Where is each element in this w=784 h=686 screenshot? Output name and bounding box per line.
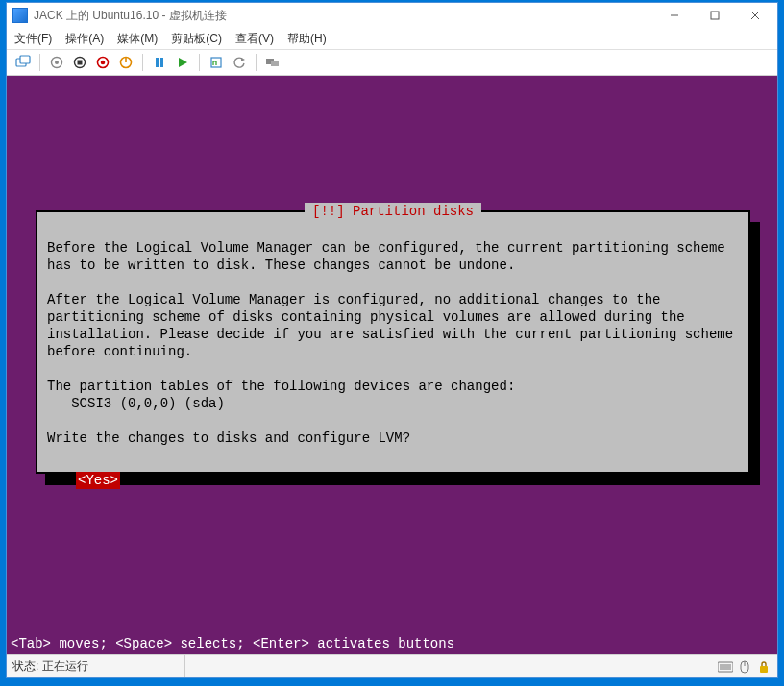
- yes-button[interactable]: <Yes>: [76, 472, 120, 489]
- minimize-button[interactable]: [654, 4, 695, 27]
- partition-dialog: [!!] Partition disks Before the Logical …: [36, 210, 750, 474]
- svg-rect-1: [711, 12, 719, 19]
- menu-file[interactable]: 文件(F): [14, 31, 52, 47]
- menubar: 文件(F) 操作(A) 媒体(M) 剪贴板(C) 查看(V) 帮助(H): [7, 28, 777, 49]
- dialog-title: [!!] Partition disks: [305, 203, 481, 220]
- vm-connection-window: JACK 上的 Ubuntu16.10 - 虚拟机连接 文件(F) 操作(A) …: [6, 2, 778, 678]
- svg-point-11: [101, 61, 106, 65]
- pause-icon: [154, 57, 165, 68]
- dialog-para3: The partition tables of the following de…: [47, 379, 515, 394]
- svg-rect-27: [760, 666, 768, 673]
- svg-rect-20: [271, 61, 279, 66]
- guest-display[interactable]: [!!] Partition disks Before the Logical …: [7, 76, 777, 654]
- titlebar: JACK 上的 Ubuntu16.10 - 虚拟机连接: [7, 3, 777, 28]
- no-button[interactable]: <No>: [677, 472, 710, 489]
- pause-button[interactable]: [149, 52, 170, 73]
- turn-off-button[interactable]: [69, 52, 90, 73]
- reset-button[interactable]: [115, 52, 136, 73]
- svg-rect-15: [160, 58, 163, 67]
- revert-icon: [233, 56, 246, 69]
- start-button[interactable]: [46, 52, 67, 73]
- power-icon: [96, 56, 110, 69]
- svg-marker-16: [179, 58, 187, 67]
- window-title: JACK 上的 Ubuntu16.10 - 虚拟机连接: [34, 8, 654, 24]
- menu-help[interactable]: 帮助(H): [287, 31, 327, 47]
- checkpoint-icon: [209, 56, 223, 69]
- play-icon: [177, 57, 188, 68]
- dialog-para2: After the Logical Volume Manager is conf…: [47, 292, 742, 359]
- snapshot-button[interactable]: [206, 52, 227, 73]
- power-cycle-icon: [119, 56, 133, 69]
- stop-icon: [73, 56, 86, 69]
- dialog-question: Write the changes to disks and configure…: [47, 430, 410, 446]
- resume-button[interactable]: [172, 52, 193, 73]
- menu-media[interactable]: 媒体(M): [117, 31, 158, 47]
- shutdown-button[interactable]: [92, 52, 113, 73]
- lock-status-icon: [756, 659, 772, 674]
- minimize-icon: [670, 11, 679, 20]
- close-icon: [750, 11, 760, 20]
- toolbar: [7, 49, 777, 76]
- dialog-para1: Before the Logical Volume Manager can be…: [47, 240, 733, 273]
- menu-clipboard[interactable]: 剪贴板(C): [171, 31, 222, 47]
- keys-icon: [15, 55, 31, 70]
- svg-rect-5: [20, 56, 30, 63]
- svg-marker-18: [241, 58, 245, 61]
- menu-action[interactable]: 操作(A): [65, 31, 104, 47]
- ctrl-alt-del-button[interactable]: [12, 52, 34, 73]
- dialog-device: SCSI3 (0,0,0) (sda): [47, 396, 225, 411]
- svg-rect-9: [78, 61, 83, 65]
- keyboard-status-icon: [718, 659, 733, 674]
- footer-hint: <Tab> moves; <Space> selects; <Enter> ac…: [7, 633, 777, 654]
- statusbar: 状态: 正在运行: [7, 654, 777, 677]
- maximize-button[interactable]: [695, 4, 735, 27]
- close-button[interactable]: [735, 4, 775, 27]
- enhanced-session-button[interactable]: [262, 52, 283, 73]
- mouse-status-icon: [737, 659, 752, 674]
- screens-icon: [265, 56, 281, 69]
- menu-view[interactable]: 查看(V): [235, 31, 274, 47]
- svg-point-7: [55, 61, 59, 64]
- app-icon: [12, 8, 28, 23]
- svg-rect-14: [156, 58, 159, 67]
- revert-button[interactable]: [229, 52, 250, 73]
- status-label: 状态: 正在运行: [12, 658, 88, 674]
- power-on-icon: [50, 56, 63, 69]
- maximize-icon: [710, 11, 720, 20]
